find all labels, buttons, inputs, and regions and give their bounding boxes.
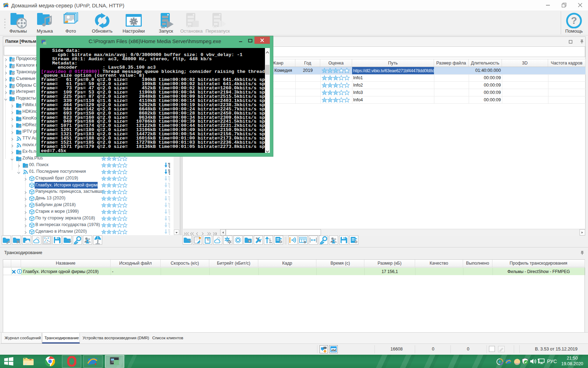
svg-text:?: ? <box>571 15 577 26</box>
